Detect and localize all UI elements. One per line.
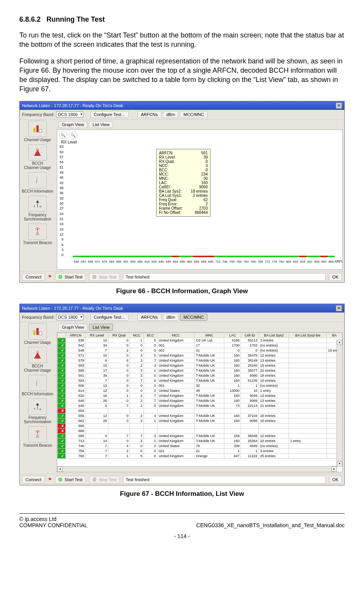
- sidebar-item-bcch-channel-usage[interactable]: BCCHChannel Usage: [21, 144, 55, 170]
- paragraph-1: To run the test, click on the “Start Tes…: [19, 31, 345, 50]
- column-header[interactable]: MCC: [157, 333, 195, 338]
- table-row[interactable]: ✔57110035United KingdomT-Mobile UK160354…: [58, 353, 342, 358]
- close-icon[interactable]: ✕: [336, 305, 342, 311]
- table-row[interactable]: ✔71314021United KingdomT-Mobile UK160253…: [58, 438, 342, 443]
- configure-button[interactable]: Configure Test…: [91, 314, 129, 321]
- column-header[interactable]: ARFCN: [66, 333, 85, 338]
- configure-button[interactable]: Configure Test…: [91, 111, 129, 118]
- table-row[interactable]: ✔53810015United KingdomO2 UK Ltd.4168551…: [58, 338, 342, 343]
- scroll-down-icon[interactable]: ▾: [337, 461, 342, 466]
- tab-list-view[interactable]: List View: [89, 324, 113, 331]
- start-test-button[interactable]: Start Test: [55, 476, 86, 483]
- toolbar: Frequency Band: DCS 1800 Configure Test……: [20, 313, 344, 322]
- column-header[interactable]: Cell ID: [241, 333, 259, 338]
- footer-confidential: COMPANY CONFIDENTIAL: [19, 522, 87, 528]
- table-row[interactable]: ✔5937076United KingdomT-Mobile UK1605110…: [58, 378, 342, 383]
- scroll-up-icon[interactable]: ▴: [337, 340, 342, 345]
- table-row[interactable]: ✔6450720United KingdomT-Mobile UK7322113…: [58, 403, 342, 408]
- sidebar-item-frequency-sync[interactable]: foFrequencySynchronisation: [21, 196, 55, 221]
- column-header[interactable]: RX Level: [85, 333, 108, 338]
- table-row[interactable]: ✔7607150United KingdomOrange6471122225 e…: [58, 453, 342, 458]
- alert-icon: ⚑: [48, 477, 52, 482]
- window-title: Network Listen - 172.28.17.77 - Really O…: [22, 103, 123, 108]
- scroll-left-icon[interactable]: ◂: [57, 466, 63, 472]
- list-table: ARFCNRX LevelRX QualNCCBCCMCCMNCLACCell …: [57, 333, 342, 459]
- vertical-scrollbar[interactable]: ▴ ▾: [337, 340, 342, 466]
- table-row[interactable]: ✔58517031United KingdomT-Mobile UK160350…: [58, 368, 342, 373]
- arfcns-button[interactable]: ARFCNs: [137, 111, 161, 118]
- column-header[interactable]: RX Qual: [108, 333, 130, 338]
- freq-band-select[interactable]: DCS 1800: [56, 111, 84, 118]
- sidebar-item-transmit-beacon[interactable]: Transmit Beacon: [21, 426, 55, 448]
- table-row[interactable]: ✔61412002United States4813000101 entry: [58, 388, 342, 393]
- sidebar-item-frequency-sync[interactable]: foFrequencySynchronisation: [21, 398, 55, 424]
- tab-graph-view[interactable]: Graph View: [58, 121, 87, 128]
- mcc-mnc-button[interactable]: MCC/MNC: [180, 314, 207, 321]
- table-row[interactable]: ✔606130000013211(no entries): [58, 383, 342, 388]
- stop-test-button[interactable]: Stop Test: [89, 476, 120, 483]
- table-row[interactable]: ✔6950773United KingdomT-Mobile UK1593604…: [58, 433, 342, 438]
- column-header[interactable]: BA List Sys2-bis: [289, 333, 327, 338]
- ok-button[interactable]: OK: [329, 476, 342, 483]
- column-header[interactable]: NCC: [130, 333, 144, 338]
- zoom-out-icon[interactable]: 🔍: [69, 132, 77, 138]
- y-tick: 27: [60, 207, 63, 210]
- column-header[interactable]: LAC: [224, 333, 241, 338]
- table-row[interactable]: ✔759720002121113 entries: [58, 448, 342, 453]
- y-tick: 33: [60, 196, 63, 200]
- tab-graph-view[interactable]: Graph View: [58, 324, 87, 331]
- table-row[interactable]: ✘654: [58, 408, 342, 413]
- y-tick: 0: [62, 253, 63, 257]
- y-tick: 18: [60, 222, 63, 226]
- table-row[interactable]: ✔54872000010100(no entries)10 en: [58, 348, 342, 353]
- table-row[interactable]: ✘668: [58, 428, 342, 433]
- sidebar-item-channel-usage[interactable]: Channel Usage: [21, 121, 55, 142]
- table-row[interactable]: ✔59139030United KingdomT-Mobile UK160909…: [58, 373, 342, 378]
- scroll-right-icon[interactable]: ▸: [332, 466, 337, 472]
- arfcns-button[interactable]: ARFCNs: [137, 314, 161, 321]
- x-label: 819: [299, 260, 306, 263]
- row-status-icon: ✔: [58, 363, 66, 368]
- column-header[interactable]: BA List Sys2: [259, 333, 289, 338]
- sidebar-item-channel-usage[interactable]: Channel Usage: [21, 323, 55, 345]
- svg-rect-2: [39, 129, 42, 132]
- table-row[interactable]: ✘666: [58, 423, 342, 428]
- dbm-button[interactable]: dBm: [163, 314, 179, 321]
- column-header[interactable]: MNC: [195, 333, 224, 338]
- sidebar-item-bcch-information[interactable]: iBCCH Information: [21, 375, 55, 396]
- table-row[interactable]: ✔64026027United KingdomT-Mobile UK160908…: [58, 398, 342, 403]
- tab-list-view[interactable]: List View: [89, 121, 113, 128]
- zoom-in-icon[interactable]: 🔍: [59, 132, 67, 138]
- sidebar-item-bcch-information[interactable]: iBCCH Information: [21, 172, 55, 193]
- column-header[interactable]: [58, 333, 66, 338]
- close-icon[interactable]: ✕: [336, 102, 342, 109]
- sidebar-item-transmit-beacon[interactable]: Transmit Beacon: [21, 224, 55, 245]
- table-row[interactable]: ✔65612024United KingdomT-Mobile UK160371…: [58, 413, 342, 418]
- dbm-button[interactable]: dBm: [163, 111, 179, 118]
- table-row[interactable]: ✔66228021United KingdomT-Mobile UK160908…: [58, 418, 342, 423]
- window-title: Network Listen - 172.28.17.77 - Really O…: [22, 306, 123, 311]
- column-header[interactable]: BCC: [144, 333, 157, 338]
- sidebar-item-bcch-channel-usage[interactable]: BCCHChannel Usage: [21, 347, 55, 372]
- column-header[interactable]: BA: [326, 333, 342, 338]
- start-test-button[interactable]: Start Test: [55, 273, 86, 281]
- status-text: Test finished: [123, 273, 326, 281]
- table-row[interactable]: ✔62016127United KingdomT-Mobile UK160904…: [58, 393, 342, 398]
- svg-rect-12: [33, 330, 36, 335]
- table-row[interactable]: ✔542340000011717001702(no entries): [58, 343, 342, 348]
- table-row[interactable]: ✔5799637United KingdomT-Mobile UK1603814…: [58, 358, 342, 363]
- ok-button[interactable]: OK: [329, 273, 342, 281]
- svg-marker-19: [36, 403, 39, 405]
- table-row[interactable]: ✔58315023United KingdomT-Mobile UK160252…: [58, 363, 342, 368]
- horizontal-scrollbar[interactable]: ◂ ▸: [57, 466, 337, 472]
- freq-band-select[interactable]: DCS 1800: [56, 314, 84, 320]
- y-tick: 36: [60, 191, 63, 195]
- svg-point-23: [37, 431, 38, 433]
- connect-button[interactable]: Connect: [22, 476, 45, 483]
- x-label: 538: [73, 260, 80, 263]
- table-row[interactable]: ✔7467400United States763394949(no entrie…: [58, 443, 342, 448]
- connect-button[interactable]: Connect: [22, 273, 45, 281]
- stop-test-button[interactable]: Stop Test: [89, 273, 120, 281]
- x-label: 666: [193, 260, 200, 263]
- mcc-mnc-button[interactable]: MCC/MNC: [180, 111, 207, 118]
